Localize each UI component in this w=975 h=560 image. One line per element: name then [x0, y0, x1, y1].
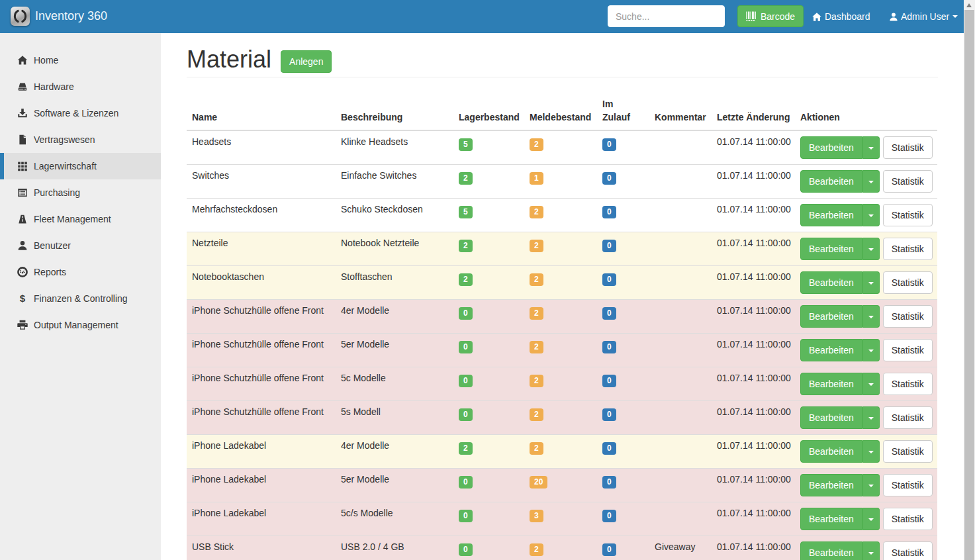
svg-text:$: $ — [20, 293, 26, 304]
